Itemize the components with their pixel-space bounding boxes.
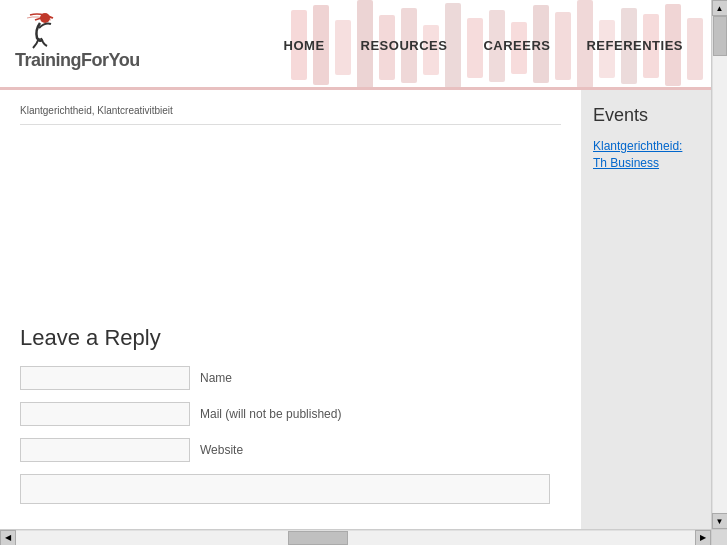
logo-icon [15,10,65,55]
mail-label: Mail (will not be published) [200,407,341,421]
website-row: Website [20,438,561,462]
scroll-up-button[interactable]: ▲ [712,0,728,16]
nav-referenties[interactable]: REFERENTIES [568,0,701,90]
divider [20,124,561,125]
sidebar-events-title: Events [593,105,699,126]
scroll-h-track [16,531,695,545]
nav-resources[interactable]: RESOURCES [343,0,466,90]
leave-reply-title: Leave a Reply [20,325,561,351]
navigation: HOME RESOURCES CAREERS REFERENTIES [266,0,701,90]
nav-careers[interactable]: CAREERS [465,0,568,90]
scroll-track [713,16,727,513]
name-row: Name [20,366,561,390]
nav-home[interactable]: HOME [266,0,343,90]
logo[interactable]: TrainingForYou [15,10,140,71]
sidebar-event-link[interactable]: Klantgerichtheid: Th Business [593,138,699,172]
vertical-scrollbar: ▲ ▼ [711,0,727,529]
scrollbar-corner [711,529,727,545]
leave-reply-section: Leave a Reply Name Mail (will not be pub… [20,325,561,508]
name-input[interactable] [20,366,190,390]
content-area: Klantgerichtheid, Klantcreativitbieit Le… [0,90,711,529]
scroll-right-button[interactable]: ▶ [695,530,711,546]
mail-input[interactable] [20,402,190,426]
scroll-down-button[interactable]: ▼ [712,513,728,529]
comment-row [20,474,561,508]
breadcrumb: Klantgerichtheid, Klantcreativitbieit [20,105,561,116]
main-wrapper: TrainingForYou HOME RESOURCES CAREERS RE… [0,0,711,529]
website-input[interactable] [20,438,190,462]
comment-textarea[interactable] [20,474,550,504]
header: TrainingForYou HOME RESOURCES CAREERS RE… [0,0,711,90]
logo-text: TrainingForYou [15,50,140,71]
scroll-h-thumb[interactable] [288,531,348,545]
scroll-left-button[interactable]: ◀ [0,530,16,546]
name-label: Name [200,371,232,385]
mail-row: Mail (will not be published) [20,402,561,426]
horizontal-scrollbar: ◀ ▶ [0,529,711,545]
website-label: Website [200,443,243,457]
main-column: Klantgerichtheid, Klantcreativitbieit Le… [0,90,581,529]
scroll-thumb[interactable] [713,16,727,56]
sidebar: Events Klantgerichtheid: Th Business [581,90,711,529]
